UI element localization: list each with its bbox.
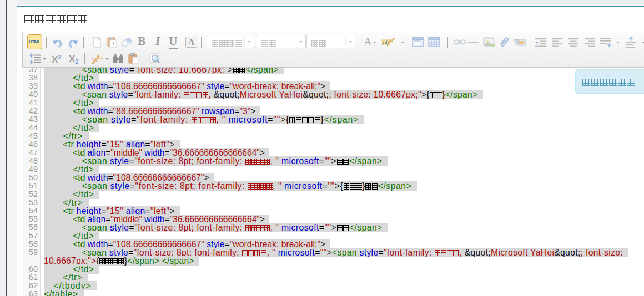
svg-text:T: T (112, 40, 115, 47)
svg-text:A: A (188, 37, 195, 47)
